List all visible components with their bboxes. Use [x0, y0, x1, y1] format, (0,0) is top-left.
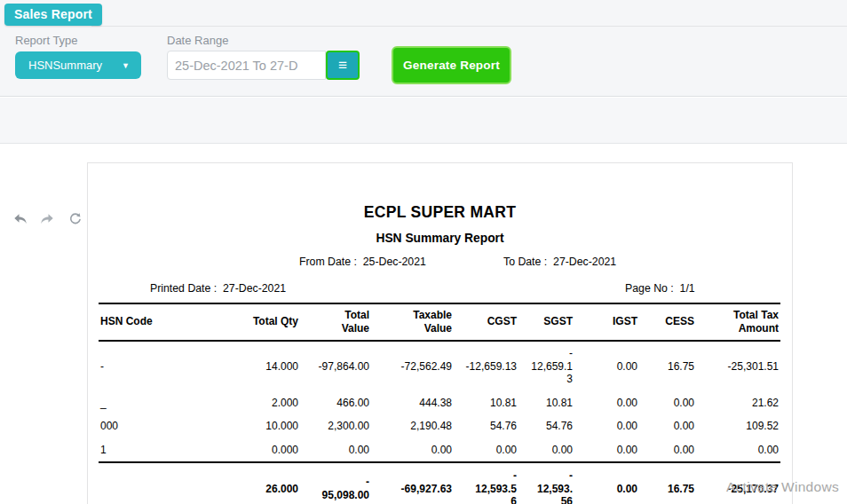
table-cell: 16.75: [639, 341, 696, 391]
table-cell: 54.76: [454, 414, 518, 438]
table-cell: -97,864.00: [300, 341, 371, 391]
activate-windows-watermark: Activate Windows: [726, 479, 839, 495]
refresh-icon[interactable]: [67, 210, 84, 228]
report-title: HSN Summary Report: [88, 232, 792, 245]
hsn-summary-table: HSN CodeTotal QtyTotal ValueTaxable Valu…: [99, 303, 780, 504]
table-cell: -12,659.13: [454, 341, 518, 391]
totals-cell: - 12,593.5 6: [454, 462, 518, 504]
date-range-menu-button[interactable]: ≡: [326, 51, 360, 80]
table-row: _2.000466.00444.3810.8110.810.000.0021.6…: [99, 391, 780, 415]
printed-date-value: 27-Dec-2021: [223, 282, 286, 295]
table-cell: 54.76: [518, 414, 574, 438]
report-page: ECPL SUPER MART HSN Summary Report From …: [87, 162, 793, 504]
page-no: Page No : 1/1: [625, 282, 695, 295]
date-range-input[interactable]: [167, 51, 326, 80]
header-row: HSN CodeTotal QtyTotal ValueTaxable Valu…: [99, 303, 780, 341]
to-date-label: To Date :: [503, 256, 547, 268]
totals-cell: 0.00: [574, 462, 639, 504]
table-row: -14.000-97,864.00-72,562.49-12,659.13- 1…: [99, 341, 780, 391]
table-cell: -: [99, 341, 216, 391]
table-cell: 10.81: [518, 391, 574, 415]
to-date: To Date : 27-Dec-2021: [503, 256, 616, 268]
from-date-value: 25-Dec-2021: [363, 256, 426, 268]
totals-cell: 16.75: [639, 462, 696, 504]
filter-panel: Sales Report Report Type HSNSummary ▼ Da…: [0, 0, 847, 97]
table-cell: _: [99, 391, 216, 415]
table-body: HSN CodeTotal QtyTotal ValueTaxable Valu…: [99, 303, 780, 504]
table-cell: 000: [99, 414, 216, 438]
table-cell: 1: [99, 438, 216, 463]
totals-cell: -69,927.63: [371, 462, 454, 504]
column-header: HSN Code: [99, 303, 216, 341]
table-cell: -72,562.49: [371, 341, 454, 391]
table-cell: -25,301.51: [696, 341, 780, 391]
table-cell: - 12,659.1 3: [518, 341, 574, 391]
sales-report-screen: Sales Report Report Type HSNSummary ▼ Da…: [0, 0, 847, 504]
column-header: SGST: [518, 303, 574, 341]
table-cell: 2,300.00: [300, 414, 371, 438]
tab-baseline: [91, 26, 847, 27]
table-cell: 0.00: [518, 438, 574, 463]
table-cell: 0.00: [574, 438, 639, 463]
column-header: IGST: [574, 303, 639, 341]
printed-date: Printed Date : 27-Dec-2021: [150, 282, 286, 295]
page-no-label: Page No :: [625, 282, 674, 295]
date-range-label: Date Range: [167, 34, 228, 47]
totals-cell: - 12,593. 56: [518, 462, 574, 504]
column-header: CGST: [454, 303, 518, 341]
table-cell: 0.00: [639, 391, 696, 415]
report-type-dropdown[interactable]: HSNSummary ▼: [15, 51, 141, 79]
table-cell: 466.00: [300, 391, 371, 415]
redo-icon[interactable]: [38, 210, 56, 228]
table-cell: 14.000: [216, 341, 300, 391]
column-header: Taxable Value: [371, 303, 454, 341]
column-header: Total Tax Amount: [696, 303, 780, 341]
generate-report-button[interactable]: Generate Report: [392, 46, 511, 84]
from-date: From Date : 25-Dec-2021: [299, 256, 426, 268]
table-cell: 0.00: [574, 391, 639, 415]
tab-sales-report[interactable]: Sales Report: [4, 4, 102, 26]
table-cell: 0.00: [639, 414, 696, 438]
from-date-label: From Date :: [299, 256, 357, 268]
table-cell: 0.00: [696, 438, 780, 463]
to-date-value: 27-Dec-2021: [553, 256, 616, 268]
table-cell: 0.00: [300, 438, 371, 463]
report-type-label: Report Type: [15, 34, 78, 47]
table-cell: 2.000: [216, 391, 300, 415]
report-type-value: HSNSummary: [28, 59, 102, 72]
table-cell: 0.00: [454, 438, 518, 463]
totals-cell: 26.000: [216, 462, 300, 504]
table-cell: 10.81: [454, 391, 518, 415]
column-header: Total Qty: [216, 303, 300, 341]
table-cell: 0.00: [371, 438, 454, 463]
table-cell: 10.000: [216, 414, 300, 438]
printed-date-label: Printed Date :: [150, 282, 217, 295]
chevron-down-icon: ▼: [122, 61, 130, 70]
undo-icon[interactable]: [12, 210, 29, 228]
table-cell: 0.00: [639, 438, 696, 463]
table-cell: 21.62: [696, 391, 780, 415]
table-row: 10.0000.000.000.000.000.000.000.00: [99, 438, 780, 463]
table-cell: 0.000: [216, 438, 300, 463]
table-cell: 444.38: [371, 391, 454, 415]
totals-cell: - 95,098.00: [300, 462, 371, 504]
report-company-name: ECPL SUPER MART: [88, 203, 792, 222]
page-no-value: 1/1: [680, 282, 695, 295]
hamburger-menu-icon: ≡: [338, 58, 347, 73]
table-row: 00010.0002,300.002,190.4854.7654.760.000…: [99, 414, 780, 438]
column-header: Total Value: [300, 303, 371, 341]
pdf-toolbar: / 1: [0, 98, 847, 144]
table-cell: 109.52: [696, 414, 780, 438]
table-cell: 0.00: [574, 341, 639, 391]
table-cell: 0.00: [574, 414, 639, 438]
totals-row: 26.000- 95,098.00-69,927.63- 12,593.5 6-…: [99, 462, 780, 504]
table-cell: 2,190.48: [371, 414, 454, 438]
column-header: CESS: [639, 303, 696, 341]
totals-cell: [99, 462, 216, 504]
